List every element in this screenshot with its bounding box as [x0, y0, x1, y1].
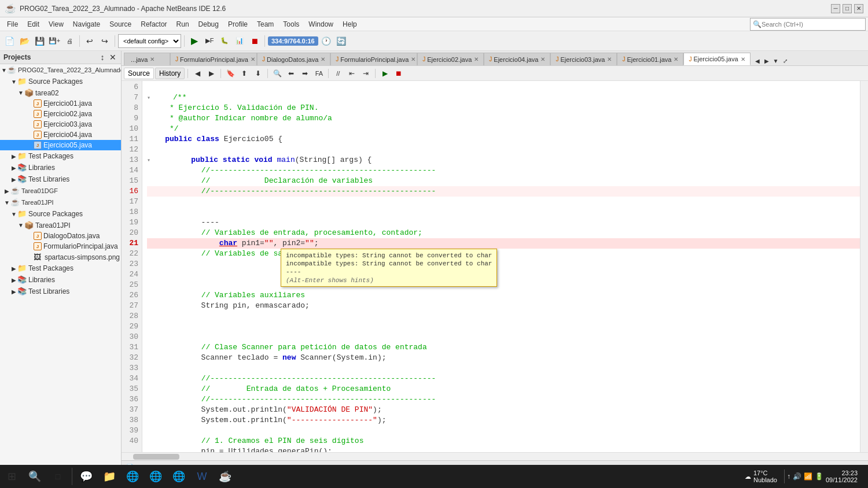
minimize-button[interactable]: ─ — [831, 4, 840, 13]
tarea01dgf-node[interactable]: ▶ ☕ Tarea01DGF — [0, 185, 121, 197]
expand-icon[interactable]: ▼ — [1, 67, 7, 73]
ejercicio04-node[interactable]: J Ejercicio04.java — [0, 130, 121, 140]
tarea02-node[interactable]: ▼ 📦 tarea02 — [0, 87, 121, 98]
save-button[interactable]: 💾 — [32, 34, 46, 48]
search-button[interactable]: 🔍 — [23, 465, 46, 488]
fold-icon[interactable]: ▾ — [147, 157, 150, 164]
clock-button[interactable]: 🕐 — [319, 34, 333, 48]
start-button[interactable]: ⊞ — [0, 465, 23, 488]
libraries-node-2[interactable]: ▶ 📚 Libraries — [0, 274, 121, 286]
ejercicio01-node[interactable]: J Ejercicio01.java — [0, 98, 121, 109]
taskview-button[interactable]: □ — [46, 465, 69, 488]
expand-icon[interactable]: ▶ — [10, 165, 17, 171]
shift-left-button[interactable]: ⇤ — [345, 68, 358, 79]
menu-navigate[interactable]: Navigate — [68, 19, 105, 29]
tab-close[interactable]: ✕ — [321, 56, 325, 62]
tab-formulario2[interactable]: J FormularioPrincipal.java ✕ — [330, 53, 417, 65]
tab-ejercicio03[interactable]: J Ejercicio03.java ✕ — [550, 53, 617, 65]
toggle-comment-button[interactable]: // — [332, 68, 344, 79]
expand-icon[interactable]: ▶ — [10, 289, 17, 295]
back-button[interactable]: ◀ — [191, 68, 204, 79]
horizontal-scrollbar[interactable] — [122, 452, 868, 460]
shift-right-button[interactable]: ⇥ — [359, 68, 372, 79]
code-editor[interactable]: 6 7 8 9 10 11 12 13 14 15 16 17 18 19 20… — [122, 81, 868, 452]
expand-icon[interactable]: ▶ — [10, 153, 17, 160]
menu-run[interactable]: Run — [172, 19, 194, 29]
menu-view[interactable]: View — [44, 19, 68, 29]
menu-window[interactable]: Window — [304, 19, 338, 29]
close-button[interactable]: ✕ — [854, 4, 863, 13]
restore-button[interactable]: ⤢ — [781, 56, 790, 65]
spartacus-node[interactable]: 🖼 spartacus-simpsons.png — [0, 252, 121, 263]
tab-dialogo[interactable]: J DialogoDatos.java ✕ — [257, 53, 330, 65]
taskbar-chrome[interactable]: 🌐 — [144, 465, 167, 488]
tab-ejercicio05[interactable]: J Ejercicio05.java ✕ — [683, 53, 750, 65]
tarea01jpi-pkg-node[interactable]: ▼ 📦 Tarea01JPI — [0, 220, 121, 231]
code-content[interactable]: ▾ /** * Ejercicio 5. Validación de PIN. … — [142, 81, 868, 452]
search-input[interactable] — [762, 21, 860, 28]
run-file-button[interactable]: ▶ — [378, 68, 391, 79]
prev-bookmark-button[interactable]: ⬆ — [238, 68, 251, 79]
expand-icon[interactable]: ▶ — [10, 176, 17, 183]
toggle-bookmark-button[interactable]: 🔖 — [224, 68, 237, 79]
profile2-button[interactable]: 🔄 — [334, 34, 348, 48]
menu-refactor[interactable]: Refactor — [136, 19, 171, 29]
expand-icon[interactable]: ▶ — [10, 265, 17, 272]
expand-icon[interactable]: ▼ — [17, 222, 24, 228]
taskbar-explorer[interactable]: 📁 — [98, 465, 121, 488]
profile-button[interactable]: 📊 — [233, 34, 247, 48]
taskbar-netbeans[interactable]: ☕ — [214, 465, 237, 488]
debug-file-button[interactable]: ⏹ — [392, 68, 405, 79]
dialogodatos-node[interactable]: J DialogoDatos.java — [0, 231, 121, 241]
vertical-scrollbar[interactable] — [860, 81, 868, 452]
find-button[interactable]: 🔍 — [271, 68, 284, 79]
ejercicio05-node[interactable]: J Ejercicio05.java — [0, 140, 121, 150]
system-tray-icons[interactable]: ↑🔊📶🔋 — [787, 472, 823, 480]
tab-scroll-right[interactable]: ▶ — [762, 56, 771, 65]
ejercicio02-node[interactable]: J Ejercicio02.java — [0, 109, 121, 119]
tab-dropdown[interactable]: ▼ — [771, 56, 781, 65]
debug-button[interactable]: 🐛 — [218, 34, 231, 48]
taskbar-word[interactable]: W — [190, 465, 214, 488]
menu-tools[interactable]: Tools — [278, 19, 304, 29]
menu-team[interactable]: Team — [252, 19, 278, 29]
stop-button[interactable]: ⏹ — [248, 34, 262, 48]
source-packages-node[interactable]: ▼ 📁 Source Packages — [0, 76, 121, 87]
tab-ejercicio04[interactable]: J Ejercicio04.java ✕ — [484, 53, 550, 65]
expand-icon[interactable]: ▶ — [3, 188, 10, 194]
menu-profile[interactable]: Profile — [223, 19, 252, 29]
tab-formulario1[interactable]: J FormularioPrincipal.java ✕ — [170, 53, 257, 65]
test-libraries-node-1[interactable]: ▶ 📚 Test Libraries — [0, 173, 121, 185]
menu-edit[interactable]: Edit — [23, 19, 44, 29]
tab-close[interactable]: ✕ — [251, 56, 255, 62]
scroll-thumb[interactable] — [133, 454, 179, 460]
forward-button[interactable]: ▶ — [205, 68, 218, 79]
source-packages-node-2[interactable]: ▼ 📁 Source Packages — [0, 208, 121, 220]
find-all-button[interactable]: FA — [312, 68, 325, 79]
expand-icon[interactable]: ▶ — [10, 277, 17, 283]
clock-date[interactable]: 23:23 09/11/2022 — [826, 469, 858, 483]
expand-icon[interactable]: ▼ — [10, 79, 17, 85]
tab-ejercicio01[interactable]: J Ejercicio01.java ✕ — [617, 53, 683, 65]
fold-icon[interactable]: ▾ — [147, 95, 150, 101]
expand-icon[interactable]: ▼ — [3, 199, 10, 206]
tab-dotjava[interactable]: ...java ✕ — [124, 53, 170, 65]
taskbar-firefox[interactable]: 🌐 — [167, 465, 190, 488]
next-bookmark-button[interactable]: ⬇ — [252, 68, 264, 79]
tab-close[interactable]: ✕ — [411, 56, 415, 62]
menu-file[interactable]: File — [2, 19, 23, 29]
search-box[interactable]: 🔍 — [750, 18, 866, 31]
projects-close-button[interactable]: ✕ — [108, 53, 117, 62]
maximize-button[interactable]: □ — [843, 4, 852, 13]
tab-close[interactable]: ✕ — [741, 56, 745, 62]
config-dropdown[interactable]: <default config> — [118, 34, 181, 48]
tab-ejercicio02[interactable]: J Ejercicio02.java ✕ — [417, 53, 484, 65]
formulario-node[interactable]: J FormularioPrincipal.java — [0, 241, 121, 252]
menu-source[interactable]: Source — [105, 19, 136, 29]
find-prev-button[interactable]: ⬅ — [285, 68, 297, 79]
tab-close[interactable]: ✕ — [150, 56, 155, 62]
taskbar-chat[interactable]: 💬 — [75, 465, 98, 488]
save-all-button[interactable]: 💾+ — [47, 34, 61, 48]
test-packages-node-2[interactable]: ▶ 📁 Test Packages — [0, 263, 121, 274]
ejercicio03-node[interactable]: J Ejercicio03.java — [0, 119, 121, 130]
